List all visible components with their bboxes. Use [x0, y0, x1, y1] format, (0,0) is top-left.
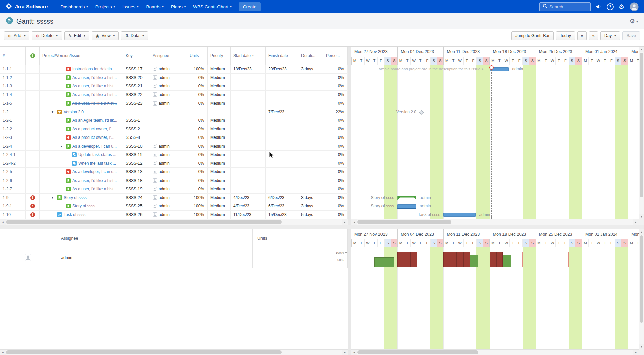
table-row[interactable]: 1-2-4-2When the last task ...SSSS-12admi…	[0, 159, 348, 168]
scrollbar-thumb[interactable]	[640, 235, 643, 323]
resource-horizontal-scrollbar[interactable]: ◂ ▸	[0, 349, 348, 355]
issue-link[interactable]: As a user, I'd like a hist...	[72, 92, 117, 97]
today-button[interactable]: Today	[556, 31, 575, 40]
gantt-horizontal-scrollbar[interactable]: ◂ ▸	[351, 219, 639, 225]
issue-link[interactable]: Story of ssss	[72, 204, 95, 208]
table-row[interactable]: 1-9-1!Story of ssssSSSS-25admin100%Mediu…	[0, 202, 348, 211]
issue-link[interactable]: As a product owner, I'...	[72, 135, 114, 140]
task-bar[interactable]	[397, 204, 416, 208]
table-row[interactable]: 1-1-1Instructions for deletin...SSSS-17a…	[0, 65, 348, 74]
scroll-up-icon[interactable]: ▴	[639, 229, 644, 235]
expand-collapse-arrow[interactable]: ▾	[61, 144, 66, 148]
column-header-status[interactable]: !	[26, 47, 40, 65]
jump-to-gantt-bar-button[interactable]: Jump to Gantt Bar	[511, 31, 553, 40]
scroll-down-icon[interactable]: ▾	[639, 344, 644, 349]
add-button[interactable]: ⊕Add▾	[4, 31, 29, 40]
vertical-splitter[interactable]	[348, 229, 351, 355]
table-row[interactable]: 1-2▾Version 2.07/Dec/2322%	[0, 108, 348, 117]
vertical-splitter[interactable]	[348, 47, 351, 225]
scrollbar-thumb[interactable]	[6, 220, 282, 224]
table-row[interactable]: 1-2-4-1Update task status ...SSSS-11admi…	[0, 151, 348, 159]
scroll-left-icon[interactable]: ◂	[0, 350, 6, 355]
table-row[interactable]: 1-2-2As a product owner, I'...SSSS-20%Me…	[0, 125, 348, 134]
table-row[interactable]: 1-2-6As a user, I'd like a hist...SSSS-1…	[0, 176, 348, 185]
issue-link[interactable]: As a developer, I can u...	[72, 169, 117, 174]
table-row[interactable]: 1-1-3As a user, I'd like a hist...SSSS-2…	[0, 82, 348, 91]
table-row[interactable]: 1-1-2As a user, I'd like a hist...SSSS-2…	[0, 74, 348, 82]
summary-bar[interactable]	[397, 196, 416, 200]
table-row[interactable]: 1-10!Task of ssssSSSS-26admin100%Medium1…	[0, 211, 348, 220]
milestone-diamond[interactable]	[419, 110, 424, 114]
nav-menu-plans[interactable]: Plans▾	[167, 2, 189, 11]
nav-menu-dashboards[interactable]: Dashboards▾	[56, 2, 91, 11]
scroll-right-icon[interactable]: ▸	[633, 219, 639, 225]
scroll-right-icon[interactable]: ▸	[633, 350, 639, 355]
scroll-right-icon[interactable]: ▸	[342, 219, 348, 225]
table-row[interactable]: 1-2-5As a developer, I can u...SSSS-13ad…	[0, 168, 348, 176]
issue-link[interactable]: As a developer, I can u...	[72, 144, 117, 149]
search-input[interactable]	[549, 4, 588, 9]
save-button[interactable]: Save	[622, 31, 640, 40]
next-button[interactable]: »	[589, 31, 598, 40]
column-header-finish[interactable]: Finish date	[266, 47, 298, 65]
nav-search[interactable]	[539, 2, 591, 11]
issue-link[interactable]: As an Agile team, I'd lik...	[72, 118, 117, 123]
scrollbar-thumb[interactable]	[640, 53, 643, 197]
zoom-level-button[interactable]: Day▾	[600, 31, 620, 40]
nav-menu-boards[interactable]: Boards▾	[143, 2, 167, 11]
issue-link[interactable]: As a user, I'd like a hist...	[72, 187, 117, 191]
column-header-priority[interactable]: Priority	[208, 47, 231, 65]
prev-button[interactable]: «	[577, 31, 587, 40]
scrollbar-thumb[interactable]	[357, 220, 451, 224]
column-header-name[interactable]: Project/Version/Issue	[40, 47, 123, 65]
nav-menu-issues[interactable]: Issues▾	[119, 2, 143, 11]
data-button[interactable]: ⇅Data▾	[121, 31, 148, 40]
create-button[interactable]: Create	[239, 2, 261, 11]
task-bar[interactable]	[443, 213, 476, 217]
delete-button[interactable]: ⊗Delete▾	[32, 31, 62, 40]
load-horizontal-scrollbar[interactable]: ◂ ▸	[351, 349, 639, 355]
issue-link[interactable]: Update task status ...	[78, 152, 116, 157]
column-header-assignee[interactable]: Assignee	[150, 47, 187, 65]
megaphone-icon[interactable]	[596, 4, 602, 9]
column-header-key[interactable]: Key	[123, 47, 150, 65]
column-header-start[interactable]: Start date↑	[231, 47, 266, 65]
scroll-left-icon[interactable]: ◂	[0, 219, 6, 225]
nav-menu-projects[interactable]: Projects▾	[92, 2, 119, 11]
table-row[interactable]: 1-1-4As a user, I'd like a hist...SSSS-2…	[0, 91, 348, 100]
issue-link[interactable]: Story of ssss	[64, 195, 87, 200]
help-icon[interactable]: ?	[607, 3, 614, 10]
scroll-right-icon[interactable]: ▸	[342, 350, 348, 355]
column-header-units[interactable]: Units	[187, 47, 208, 65]
issue-link[interactable]: As a product owner, I'...	[72, 127, 114, 131]
column-header-percent[interactable]: Perce...	[323, 47, 348, 65]
resource-row[interactable]: admin	[0, 247, 348, 268]
scroll-left-icon[interactable]: ◂	[351, 350, 357, 355]
table-row[interactable]: 1-9!▾Story of ssssSSSS-24admin100%Medium…	[0, 194, 348, 202]
load-vertical-scrollbar[interactable]: ▴ ▾	[639, 229, 644, 349]
gantt-vertical-scrollbar[interactable]: ▴ ▾	[639, 47, 644, 219]
jira-logo[interactable]: Jira Software	[5, 3, 48, 11]
column-header-num[interactable]: #	[0, 47, 26, 65]
issue-link[interactable]: Version 2.0	[64, 110, 84, 114]
table-horizontal-scrollbar[interactable]: ◂ ▸	[0, 219, 348, 225]
column-header-duration[interactable]: Durati...	[298, 47, 323, 65]
expand-collapse-arrow[interactable]: ▾	[52, 110, 57, 114]
gantt-settings-gear[interactable]: ⚙▾	[630, 17, 638, 25]
issue-link[interactable]: Instructions for deletin...	[72, 67, 115, 71]
issue-link[interactable]: As a user, I'd like a hist...	[72, 75, 117, 80]
nav-menu-wbs-gantt-chart[interactable]: WBS Gantt-Chart▾	[189, 2, 235, 11]
expand-collapse-arrow[interactable]: ▾	[52, 196, 57, 199]
issue-link[interactable]: As a user, I'd like a hist...	[72, 178, 117, 183]
table-row[interactable]: 1-2-3As a product owner, I'...SSSS-80%Me…	[0, 133, 348, 142]
issue-link[interactable]: Task of ssss	[64, 212, 85, 217]
table-row[interactable]: 1-2-4▾As a developer, I can u...SSSS-10a…	[0, 142, 348, 151]
scroll-left-icon[interactable]: ◂	[351, 219, 357, 225]
issue-link[interactable]: As a user, I'd like a hist...	[72, 101, 117, 106]
issue-link[interactable]: When the last task ...	[78, 161, 116, 166]
scroll-up-icon[interactable]: ▴	[639, 47, 644, 52]
table-row[interactable]: 1-2-1As an Agile team, I'd lik...SSSS-10…	[0, 116, 348, 125]
scrollbar-thumb[interactable]	[357, 350, 478, 354]
horizontal-splitter[interactable]	[0, 225, 644, 229]
settings-icon[interactable]: ⚙	[619, 3, 625, 11]
